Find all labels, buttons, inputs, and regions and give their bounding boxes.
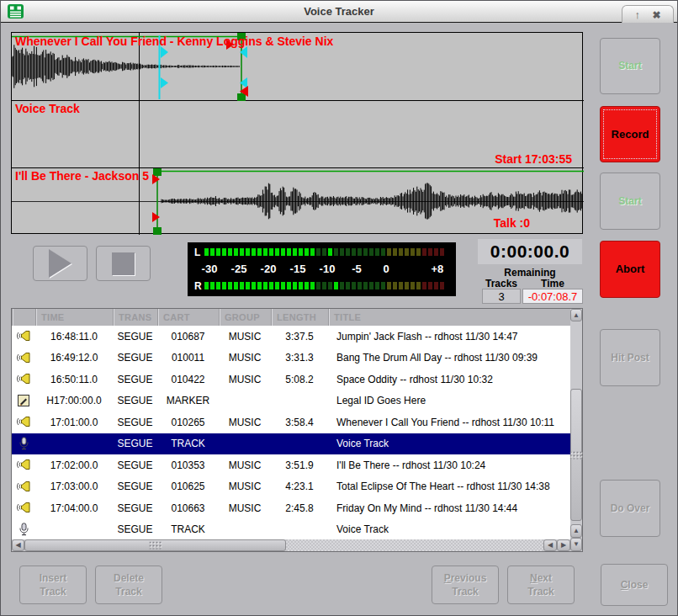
meter-segment <box>216 282 220 289</box>
next-track-button[interactable]: NextTrack <box>507 566 575 604</box>
meter-segment <box>240 282 244 289</box>
stop-button[interactable] <box>96 246 151 281</box>
speaker-icon <box>12 370 35 388</box>
cell-cart: MARKER <box>157 395 219 406</box>
log-row[interactable]: 16:48:11.0SEGUE010687MUSIC3:37.5Jumpin' … <box>12 326 570 348</box>
cell-cart: 010687 <box>157 331 219 343</box>
log-row[interactable]: 17:01:00.0SEGUE010265MUSIC3:58.4Whenever… <box>12 412 570 433</box>
log-row[interactable]: SEGUETRACKVoice Track <box>12 519 570 541</box>
abort-button[interactable]: Abort <box>600 241 660 298</box>
log-header-time[interactable]: TIME <box>35 309 113 326</box>
scroll-up-icon[interactable] <box>570 309 582 321</box>
meter-segment <box>416 248 421 256</box>
meter-row-R: R <box>194 281 446 290</box>
cell-title: Bang The Drum All Day -- rdhost 11/30 09… <box>328 352 570 364</box>
meter-segment <box>263 248 267 256</box>
waveform-panel[interactable]: Whenever I Call You Friend - Kenny Loggi… <box>11 32 583 234</box>
cell-trans: SEGUE <box>113 502 157 514</box>
meter-segment <box>369 282 373 289</box>
do-over-button[interactable]: Do Over <box>600 480 660 537</box>
meter-segment <box>310 282 315 289</box>
meter-segment <box>222 282 226 289</box>
close-button[interactable]: Close <box>601 564 668 606</box>
cell-trans: SEGUE <box>113 481 157 492</box>
meter-scale-label: 0 <box>383 263 389 275</box>
start-track3-button[interactable]: Start <box>600 173 660 230</box>
meter-segment <box>322 248 326 256</box>
meter-segment <box>369 248 373 256</box>
log-header-icon[interactable] <box>12 309 35 326</box>
delete-track-button[interactable]: DeleteTrack <box>95 566 162 604</box>
meter-segment <box>263 282 267 289</box>
cell-group: MUSIC <box>219 459 271 471</box>
meter-scale-label: +8 <box>431 263 443 275</box>
meter-segment <box>299 248 303 256</box>
cell-title: Jumpin' Jack Flash -- rdhost 11/30 14:47 <box>328 331 570 343</box>
hit-post-button[interactable]: Hit Post <box>600 329 660 386</box>
meter-segment <box>240 248 244 256</box>
meter-segment <box>316 248 320 256</box>
title-bar[interactable]: Voice Tracker <box>1 1 677 23</box>
horizontal-scroll-thumb[interactable] <box>24 539 286 551</box>
previous-track-button[interactable]: PreviousTrack <box>432 566 499 604</box>
scroll-down-icon[interactable] <box>570 538 582 551</box>
cell-trans: SEGUE <box>113 417 157 428</box>
vertical-scroll-thumb[interactable] <box>570 389 582 521</box>
remaining-tracks-label: Tracks <box>482 278 521 289</box>
log-header-group[interactable]: GROUP <box>219 309 271 326</box>
cell-length: 3:31.3 <box>271 352 328 364</box>
log-row[interactable]: 17:03:00.0SEGUE010625MUSIC4:23.1Total Ec… <box>12 476 570 498</box>
close-window-icon[interactable] <box>652 9 660 20</box>
meter-segment <box>269 248 273 256</box>
play-button[interactable] <box>33 246 87 281</box>
meter-segment <box>210 282 215 289</box>
mic-icon <box>12 521 35 539</box>
meter-segment <box>405 282 409 289</box>
log-row[interactable]: 16:50:11.0SEGUE010422MUSIC5:08.2Space Od… <box>12 369 570 390</box>
meter-segment <box>310 248 315 256</box>
cell-title: Voice Track <box>328 523 570 535</box>
log-header-length[interactable]: LENGTH <box>271 309 328 326</box>
log-row[interactable]: 17:04:00.0SEGUE010663MUSIC2:45.8Friday O… <box>12 497 570 519</box>
log-header-cart[interactable]: CART <box>157 309 219 326</box>
meter-segment <box>216 248 220 256</box>
marker-icon <box>12 392 35 410</box>
cell-length: 3:58.4 <box>271 417 328 428</box>
log-row[interactable]: 17:02:00.0SEGUE010353MUSIC3:51.9I'll Be … <box>12 454 570 476</box>
log-row[interactable]: 16:49:12.0SEGUE010011MUSIC3:31.3Bang The… <box>12 348 570 369</box>
elapsed-time-display: 0:00:00.0 <box>478 239 582 264</box>
cell-title: Total Eclipse Of The Heart -- rdhost 11/… <box>328 481 570 492</box>
meter-segment <box>293 282 297 289</box>
scroll-left-icon[interactable] <box>543 539 557 551</box>
log-row[interactable]: SEGUETRACKVoice Track <box>12 433 570 455</box>
meter-segment <box>228 248 232 256</box>
cell-time: 17:04:00.0 <box>35 502 113 514</box>
stop-icon <box>112 252 135 275</box>
horizontal-scrollbar[interactable] <box>12 539 570 551</box>
meter-segment <box>316 282 320 289</box>
meter-segment <box>428 282 432 289</box>
record-button[interactable]: Record <box>600 106 660 162</box>
meter-scale-label: -20 <box>261 263 277 275</box>
log-header-trans[interactable]: TRANS <box>113 309 157 326</box>
cell-group: MUSIC <box>219 374 271 385</box>
cell-cart: 010422 <box>157 374 219 385</box>
meter-scale-label: -15 <box>290 263 306 275</box>
scroll-left-icon[interactable] <box>12 539 24 551</box>
start-track1-button[interactable]: Start <box>600 38 660 94</box>
cell-time: 17:03:00.0 <box>35 481 113 492</box>
shade-window-icon[interactable] <box>634 9 640 20</box>
insert-track-button[interactable]: InsertTrack <box>19 566 87 604</box>
meter-segment <box>257 282 262 289</box>
scroll-up-icon[interactable] <box>570 524 582 538</box>
cell-length: 3:51.9 <box>271 459 328 471</box>
log-header-title[interactable]: TITLE <box>328 309 570 326</box>
cell-trans: SEGUE <box>113 523 157 535</box>
log-row[interactable]: H17:00:00.0SEGUEMARKERLegal ID Goes Here <box>12 390 570 412</box>
horizontal-scroll-track[interactable] <box>286 539 543 551</box>
log-body: 16:48:11.0SEGUE010687MUSIC3:37.5Jumpin' … <box>12 326 570 541</box>
vertical-scrollbar[interactable] <box>570 309 582 551</box>
meter-row-L: L <box>194 247 446 257</box>
meter-segment <box>305 282 309 289</box>
scroll-right-icon[interactable] <box>557 539 570 551</box>
